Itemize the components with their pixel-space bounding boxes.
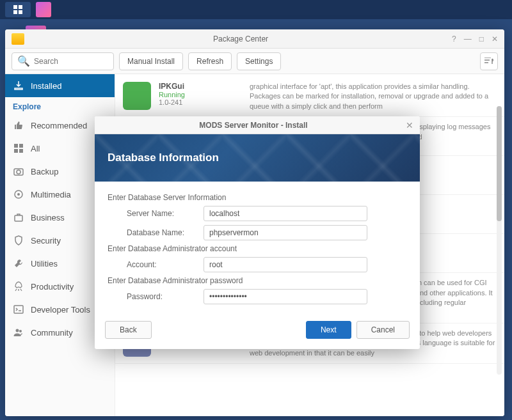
account-input[interactable] xyxy=(204,257,367,272)
taskbar xyxy=(0,0,512,19)
toolbar: 🔍 Manual Install Refresh Settings xyxy=(5,49,504,74)
modal-body: Enter Database Server Information Server… xyxy=(95,182,420,315)
sort-button[interactable] xyxy=(480,52,498,70)
refresh-button[interactable]: Refresh xyxy=(188,52,232,70)
settings-button[interactable]: Settings xyxy=(237,52,281,70)
svg-point-14 xyxy=(16,329,19,332)
window-titlebar: Package Center ? — □ ✕ xyxy=(5,29,504,49)
briefcase-icon xyxy=(13,212,24,223)
window-help-button[interactable]: ? xyxy=(452,35,456,43)
svg-rect-4 xyxy=(14,144,18,148)
svg-rect-7 xyxy=(19,149,23,153)
wrench-icon xyxy=(13,258,24,269)
modal-footer: Back Next Cancel xyxy=(95,315,420,349)
database-name-label: Database Name: xyxy=(108,228,204,237)
terminal-icon xyxy=(13,304,24,315)
shield-icon xyxy=(13,235,24,246)
grid-icon xyxy=(13,5,22,14)
sidebar-item-label: Recommended xyxy=(31,121,87,130)
package-version: 1.0-241 xyxy=(159,98,242,106)
thumb-icon xyxy=(13,120,24,131)
rocket-icon xyxy=(13,281,24,292)
window-close-button[interactable]: ✕ xyxy=(492,35,498,43)
next-button[interactable]: Next xyxy=(306,321,351,339)
account-label: Account: xyxy=(108,260,204,269)
sort-icon xyxy=(484,58,493,65)
search-box[interactable]: 🔍 xyxy=(12,52,114,70)
form-section-2: Enter Database Administrator account xyxy=(108,244,407,253)
sidebar-item-label: Installed xyxy=(31,81,61,91)
modal-close-button[interactable]: ✕ xyxy=(406,120,413,130)
svg-point-11 xyxy=(17,193,20,196)
svg-rect-1 xyxy=(19,5,22,9)
package-row[interactable]: IPKGuiRunning1.0-241graphical interface … xyxy=(115,77,504,117)
sidebar-item-label: Utilities xyxy=(31,259,58,268)
sidebar-heading-explore: Explore xyxy=(5,97,115,114)
modal-titlebar: MODS Server Monitor - Install ✕ xyxy=(95,116,420,134)
form-section-1: Enter Database Server Information xyxy=(108,193,407,202)
password-label: Password: xyxy=(108,292,204,301)
people-icon xyxy=(13,327,24,338)
database-name-input[interactable] xyxy=(204,225,367,240)
media-icon xyxy=(13,189,24,200)
search-icon: 🔍 xyxy=(17,55,30,67)
sidebar-item-label: Business xyxy=(31,213,65,222)
svg-rect-13 xyxy=(14,306,23,313)
sidebar-item-label: Community xyxy=(31,328,73,338)
download-icon xyxy=(13,80,24,91)
window-minimize-button[interactable]: — xyxy=(464,35,472,43)
sidebar-item-label: Developer Tools xyxy=(31,305,90,315)
grid-icon xyxy=(13,143,24,154)
manual-install-button[interactable]: Manual Install xyxy=(119,52,183,70)
server-name-input[interactable] xyxy=(204,206,367,221)
window-maximize-button[interactable]: □ xyxy=(479,35,484,43)
svg-point-15 xyxy=(19,330,22,332)
taskbar-app-icon[interactable] xyxy=(36,2,51,17)
password-input[interactable] xyxy=(204,289,367,304)
svg-rect-12 xyxy=(15,215,22,221)
package-status: Running xyxy=(159,91,242,98)
scrollbar[interactable] xyxy=(497,106,502,375)
package-icon xyxy=(123,82,151,110)
back-button[interactable]: Back xyxy=(105,321,152,339)
sidebar-item-label: All xyxy=(31,144,40,153)
modal-heading: Database Information xyxy=(108,152,219,164)
install-modal: MODS Server Monitor - Install ✕ Database… xyxy=(95,116,420,349)
svg-rect-2 xyxy=(13,10,17,14)
package-center-icon xyxy=(12,33,24,45)
modal-title: MODS Server Monitor - Install xyxy=(101,121,406,130)
sidebar-item-label: Security xyxy=(31,236,61,245)
sidebar-item-installed[interactable]: Installed xyxy=(5,74,115,97)
svg-rect-3 xyxy=(19,10,22,14)
server-name-label: Server Name: xyxy=(108,209,204,218)
package-name: IPKGui xyxy=(159,82,242,91)
search-input[interactable] xyxy=(34,57,108,66)
package-description: graphical interface for 'apt', this appl… xyxy=(250,82,497,111)
cancel-button[interactable]: Cancel xyxy=(356,321,410,339)
sidebar-item-label: Productivity xyxy=(31,282,74,292)
camera-icon xyxy=(13,166,24,177)
window-title: Package Center xyxy=(29,35,452,43)
svg-point-9 xyxy=(17,170,20,174)
form-section-3: Enter Database Administrator password xyxy=(108,276,407,285)
sidebar-item-label: Backup xyxy=(31,167,58,176)
svg-rect-5 xyxy=(19,144,23,148)
taskbar-apps-button[interactable] xyxy=(5,2,31,17)
sidebar-item-label: Multimedia xyxy=(31,190,71,199)
scrollbar-thumb[interactable] xyxy=(497,106,502,221)
svg-rect-0 xyxy=(13,5,17,9)
modal-header: Database Information xyxy=(95,134,420,182)
svg-rect-6 xyxy=(14,149,18,153)
